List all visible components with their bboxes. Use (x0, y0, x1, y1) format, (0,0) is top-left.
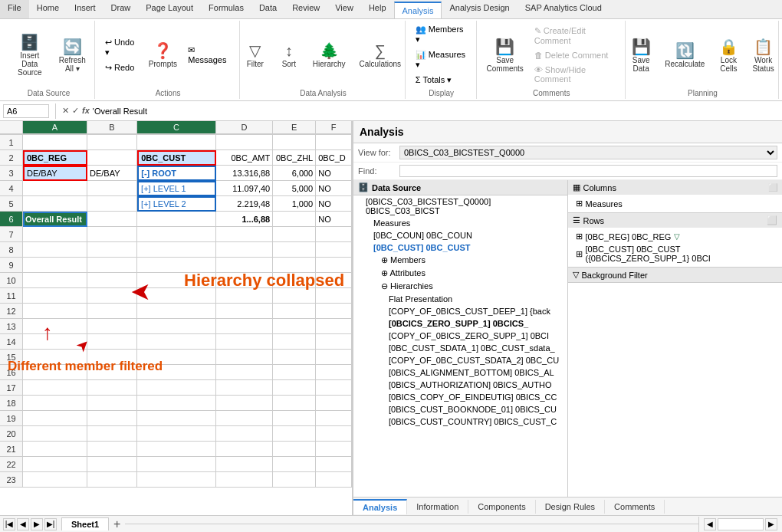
cell-f5[interactable]: NO (316, 196, 352, 212)
cell-a4[interactable] (23, 181, 87, 196)
tree-item-alignment[interactable]: [0BICS_ALIGNMENT_BOTTOM] 0BICS_AL (353, 366, 567, 379)
tree-item-attributes[interactable]: ⊕ Attributes (353, 267, 567, 280)
create-edit-comment-button[interactable]: ✎ Create/Edit Comment (531, 24, 620, 48)
cell-c2[interactable]: 0BC_CUST (137, 150, 215, 166)
tree-item-sdata1[interactable]: [0BC_CUST_SDATA_1] 0BC_CUST_sdata_ (353, 342, 567, 354)
messages-button[interactable]: ✉ Messages (184, 43, 235, 67)
tab-draw[interactable]: Draw (104, 0, 139, 18)
row-header-3[interactable]: 3 (0, 166, 23, 181)
sheet-nav-next[interactable]: ▶ (31, 518, 43, 530)
row-header-16[interactable]: 16 (0, 365, 23, 380)
row-header-15[interactable]: 15 (0, 350, 23, 365)
tree-item-coun[interactable]: [0BC_COUN] 0BC_COUN (353, 229, 567, 241)
totals-dropdown[interactable]: Σ Totals ▾ (412, 73, 472, 87)
tab-design-rules[interactable]: Design Rules (536, 500, 605, 514)
lock-cells-button[interactable]: 🔒 LockCells (713, 34, 744, 76)
background-filter-header[interactable]: ▽ Background Filter (568, 268, 783, 282)
col-header-b[interactable]: B (87, 121, 137, 134)
cell-f6[interactable]: NO (316, 212, 352, 227)
col-header-c[interactable]: C (137, 121, 215, 134)
cell-e4[interactable]: 5,000 (273, 181, 316, 196)
find-input[interactable] (399, 165, 777, 177)
add-sheet-button[interactable]: + (109, 516, 125, 533)
cell-f1[interactable] (316, 135, 352, 150)
show-hide-comment-button[interactable]: 👁 Show/Hide Comment (531, 63, 620, 86)
tab-review[interactable]: Review (284, 0, 327, 18)
cell-e8[interactable] (273, 242, 316, 258)
tree-item-measures[interactable]: Measures (353, 217, 567, 229)
sheet-nav-first[interactable]: |◀ (3, 518, 15, 530)
scroll-left[interactable]: ◀ (704, 518, 716, 530)
hierarchy-button[interactable]: 🌲 Hierarchy (307, 38, 351, 71)
row-header-14[interactable]: 14 (0, 334, 23, 350)
cell-c8[interactable] (137, 242, 215, 258)
save-comments-button[interactable]: 💾 SaveComments (483, 34, 527, 76)
scroll-right[interactable]: ▶ (765, 518, 777, 530)
tab-sap[interactable]: SAP Analytics Cloud (518, 0, 610, 18)
cell-d4[interactable]: 11.097,40 (216, 181, 274, 196)
fx-icon[interactable]: fx (82, 106, 90, 116)
cancel-icon[interactable]: ✕ (62, 106, 69, 116)
col-header-a[interactable]: A (23, 121, 87, 134)
tree-item-authorization[interactable]: [0BICS_AUTHORIZATION] 0BICS_AUTHO (353, 379, 567, 391)
calculations-button[interactable]: ∑ Calculations (354, 39, 406, 71)
sheet-nav-last[interactable]: ▶| (44, 518, 57, 530)
cell-c6[interactable] (137, 212, 215, 227)
cell-e6[interactable] (273, 212, 316, 227)
tree-item-cust[interactable]: [0BC_CUST] 0BC_CUST (353, 241, 567, 254)
cell-reference-input[interactable] (3, 104, 49, 118)
refresh-all-button[interactable]: 🔄 RefreshAll ▾ (55, 34, 90, 76)
tree-item-country[interactable]: [0BICS_CUST_COUNTRY] 0BICS_CUST_C (353, 415, 567, 428)
row-header-5[interactable]: 5 (0, 196, 23, 212)
cell-d1[interactable] (216, 135, 274, 150)
sheet-nav-prev[interactable]: ◀ (17, 518, 29, 530)
rows-item-cust[interactable]: ⊞ [0BC_CUST] 0BC_CUST ({0BCICS_ZERO_SUPP… (573, 243, 778, 264)
filter-button[interactable]: ▽ Filter (240, 38, 271, 71)
cell-b4[interactable] (87, 181, 137, 196)
cell-a1[interactable] (23, 135, 87, 150)
tree-item-hierarchies[interactable]: ⊖ Hierarchies (353, 280, 567, 293)
cell-e2[interactable]: 0BC_ZHL (273, 150, 316, 166)
cell-a2[interactable]: 0BC_REG (23, 150, 87, 166)
h-scroll-thumb[interactable] (718, 518, 764, 530)
redo-button[interactable]: ↪ Redo (101, 61, 141, 75)
tree-item-sdata2[interactable]: [COPY_OF_0BC_CUST_SDATA_2] 0BC_CU (353, 354, 567, 366)
cell-d5[interactable]: 2.219,48 (216, 196, 274, 212)
cell-c5[interactable]: [+] LEVEL 2 (137, 196, 216, 212)
cell-e3[interactable]: 6,000 (273, 166, 316, 181)
tab-home[interactable]: Home (29, 0, 67, 18)
row-header-20[interactable]: 20 (0, 426, 23, 442)
cell-b3[interactable]: DE/BAY (87, 166, 137, 181)
cell-a5[interactable] (23, 196, 87, 212)
row-header-23[interactable]: 23 (0, 472, 23, 488)
col-header-f[interactable]: F (316, 121, 352, 134)
cell-b7[interactable] (87, 227, 137, 242)
tree-item-copy-zero[interactable]: [COPY_OF_0BICS_ZERO_SUPP_1] 0BCI (353, 330, 567, 342)
save-data-button[interactable]: 💾 SaveData (626, 34, 656, 76)
cell-d3[interactable]: 13.316,88 (216, 166, 274, 181)
delete-comment-button[interactable]: 🗑 Delete Comment (531, 48, 620, 62)
row-header-18[interactable]: 18 (0, 396, 23, 411)
columns-section-header[interactable]: ▦ Columns ⬜ (568, 180, 783, 195)
cell-f3[interactable]: NO (316, 166, 352, 181)
row-header-22[interactable]: 22 (0, 457, 23, 472)
row-header-13[interactable]: 13 (0, 319, 23, 334)
row-header-1[interactable]: 1 (0, 135, 23, 150)
confirm-icon[interactable]: ✓ (72, 106, 79, 116)
tree-item-eindeutig[interactable]: [0BICS_COPY_OF_EINDEUTIG] 0BICS_CC (353, 391, 567, 403)
cell-c1[interactable] (137, 135, 215, 150)
cell-f4[interactable]: NO (316, 181, 352, 196)
row-header-10[interactable]: 10 (0, 273, 23, 288)
tab-analysis[interactable]: Analysis (394, 2, 442, 18)
cell-a6[interactable]: Overall Result (23, 212, 87, 227)
tab-page-layout[interactable]: Page Layout (138, 0, 201, 18)
row-header-19[interactable]: 19 (0, 411, 23, 426)
cell-c7[interactable] (137, 227, 215, 242)
cell-c4[interactable]: [+] LEVEL 1 (137, 181, 216, 196)
row-header-17[interactable]: 17 (0, 380, 23, 396)
tab-comments-bottom[interactable]: Comments (605, 500, 665, 514)
tab-formulas[interactable]: Formulas (201, 0, 251, 18)
cell-b1[interactable] (87, 135, 137, 150)
sort-button[interactable]: ↕ Sort (274, 39, 304, 71)
row-header-21[interactable]: 21 (0, 442, 23, 457)
